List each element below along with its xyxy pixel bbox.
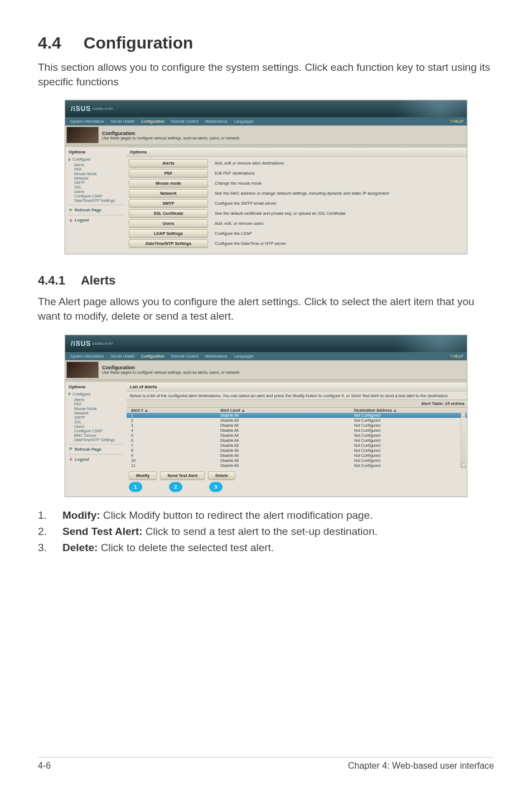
refresh-page-link[interactable]: ⟳Refresh Page bbox=[69, 447, 123, 452]
sidebar-item[interactable]: Configure LDAP bbox=[74, 194, 123, 198]
sidebar-item[interactable]: Network bbox=[74, 411, 123, 415]
alert-intro-text: Below is a list of the configured alert … bbox=[127, 392, 467, 399]
callout-3: 3 bbox=[209, 482, 223, 492]
logout-icon: ⦸ bbox=[69, 457, 73, 461]
sidebar-group-configure[interactable]: Configure bbox=[69, 157, 123, 162]
sidebar-item[interactable]: SSL bbox=[74, 185, 123, 189]
sidebar-item[interactable]: Mouse Mode bbox=[74, 172, 123, 176]
modify-button[interactable]: Modify bbox=[129, 471, 157, 480]
app-banner: /iSUS ASMB6-iKVM bbox=[65, 100, 467, 117]
col-alert-level[interactable]: Alert Level ▲ bbox=[220, 408, 354, 412]
nav-tab-maint[interactable]: Maintenance bbox=[204, 119, 229, 124]
option-button-network[interactable]: Network bbox=[129, 189, 208, 197]
sidebar: Options Configure Alerts PEF Mouse Mode … bbox=[65, 382, 127, 496]
send-test-alert-button[interactable]: Send Test Alert bbox=[160, 471, 205, 480]
refresh-label: Refresh Page bbox=[75, 208, 101, 213]
help-link[interactable]: ? HELP bbox=[450, 354, 463, 358]
table-row[interactable]: 11Disable AllNot Configured bbox=[127, 463, 467, 468]
vertical-scrollbar[interactable] bbox=[461, 413, 466, 468]
table-row[interactable]: 4Disable AllNot Configured bbox=[127, 428, 467, 433]
subsection-heading: 4.4.1Alerts bbox=[38, 273, 494, 288]
brand-sublabel: ASMB6-iKVM bbox=[92, 342, 113, 345]
sidebar-item[interactable]: DateTime/NTP Settings bbox=[74, 199, 123, 202]
nav-tab-lang[interactable]: Languages bbox=[233, 119, 255, 124]
subsection-intro: The Alert page allows you to configure t… bbox=[38, 295, 494, 323]
sidebar-item[interactable]: Users bbox=[74, 425, 123, 428]
col-alert-num[interactable]: Alert # ▲ bbox=[129, 408, 220, 412]
logout-link[interactable]: ⦸Logout bbox=[69, 457, 123, 462]
refresh-page-link[interactable]: ⟳Refresh Page bbox=[69, 208, 123, 213]
alert-table-body: 1Disable AllNot Configured 2Disable AllN… bbox=[127, 413, 467, 468]
table-row[interactable]: 3Disable AllNot Configured bbox=[127, 423, 467, 428]
sidebar-item[interactable]: Configure LDAP bbox=[74, 429, 123, 433]
nav-tab-health[interactable]: Server Health bbox=[109, 354, 136, 359]
callout-2: 2 bbox=[169, 482, 182, 492]
nav-tab-lang[interactable]: Languages bbox=[233, 354, 255, 359]
nav-tab-remote[interactable]: Remote Control bbox=[170, 354, 200, 359]
nav-tab-config[interactable]: Configuration bbox=[139, 119, 166, 124]
option-button-ntp[interactable]: DateTime/NTP Settings bbox=[129, 239, 208, 248]
callout-labels: 1 2 3 bbox=[127, 481, 467, 496]
sidebar-item[interactable]: Network bbox=[74, 176, 123, 180]
option-desc: See the default certificate and private … bbox=[215, 211, 346, 216]
list-item: 1.Modify: Click Modify button to redirec… bbox=[38, 507, 494, 523]
sidebar-item[interactable]: SSL bbox=[74, 420, 123, 424]
table-row[interactable]: 2Disable AllNot Configured bbox=[127, 418, 467, 423]
options-table: AlertsAdd, edit or remove alert destinat… bbox=[127, 157, 467, 254]
sidebar-item[interactable]: DateTime/NTP Settings bbox=[74, 438, 123, 442]
header-subtitle: Use these pages to configure various set… bbox=[102, 370, 240, 374]
refresh-icon: ⟳ bbox=[69, 208, 73, 213]
option-button-users[interactable]: Users bbox=[129, 219, 208, 228]
nav-tab-config[interactable]: Configuration bbox=[139, 354, 166, 359]
sidebar-item[interactable]: BMC Sensor bbox=[74, 433, 123, 437]
scroll-down-icon[interactable] bbox=[461, 464, 466, 468]
brand-sublabel: ASMB6-iKVM bbox=[92, 107, 113, 110]
section-heading: 4.4Configuration bbox=[38, 33, 494, 52]
panel-title: List of Alerts bbox=[127, 382, 467, 392]
scroll-up-icon[interactable] bbox=[461, 413, 466, 417]
nav-tab-health[interactable]: Server Health bbox=[109, 119, 136, 124]
alerts-screenshot: /iSUS ASMB6-iKVM System Information Serv… bbox=[65, 335, 467, 497]
logout-icon: ⦸ bbox=[69, 218, 73, 223]
option-button-alerts[interactable]: Alerts bbox=[129, 159, 208, 167]
help-link[interactable]: ? HELP bbox=[450, 119, 463, 123]
option-button-pef[interactable]: PEF bbox=[129, 169, 208, 177]
table-row[interactable]: 9Disable AllNot Configured bbox=[127, 453, 467, 458]
sidebar-item[interactable]: Alerts bbox=[74, 163, 123, 167]
sidebar-item[interactable]: PEF bbox=[74, 167, 123, 171]
list-item: 2.Send Test Alert: Click to send a test … bbox=[38, 523, 494, 539]
table-row[interactable]: 8Disable AllNot Configured bbox=[127, 448, 467, 453]
alert-count: Alert Table: 15 entries bbox=[421, 401, 465, 406]
option-button-ldap[interactable]: LDAP Settings bbox=[129, 229, 208, 238]
nav-tab-maint[interactable]: Maintenance bbox=[204, 354, 229, 359]
sidebar-item[interactable]: Users bbox=[74, 190, 123, 194]
page-header: Configuration Use these pages to configu… bbox=[65, 360, 467, 380]
sidebar-item[interactable]: SMTP bbox=[74, 181, 123, 185]
callout-1: 1 bbox=[129, 482, 142, 492]
table-row[interactable]: 1Disable AllNot Configured bbox=[127, 413, 467, 418]
app-banner: /iSUS ASMB6-iKVM bbox=[65, 335, 467, 352]
sidebar-item[interactable]: Alerts bbox=[74, 398, 123, 402]
table-row[interactable]: 6Disable AllNot Configured bbox=[127, 438, 467, 443]
option-button-ssl[interactable]: SSL Certificate bbox=[129, 209, 208, 218]
banner-graphic bbox=[378, 335, 467, 352]
table-row[interactable]: 5Disable AllNot Configured bbox=[127, 433, 467, 438]
nav-tab-sysinfo[interactable]: System Information bbox=[69, 354, 105, 359]
option-desc: Change the mouse mode bbox=[215, 181, 262, 186]
delete-button[interactable]: Delete bbox=[208, 471, 235, 480]
table-row[interactable]: 10Disable AllNot Configured bbox=[127, 458, 467, 463]
nav-tab-remote[interactable]: Remote Control bbox=[170, 119, 200, 124]
sidebar-group-configure[interactable]: Configure bbox=[69, 392, 123, 397]
config-screenshot: /iSUS ASMB6-iKVM System Information Serv… bbox=[65, 100, 467, 254]
option-button-mouse[interactable]: Mouse mode bbox=[129, 179, 208, 187]
header-title: Configuration bbox=[102, 365, 240, 370]
table-row[interactable]: 7Disable AllNot Configured bbox=[127, 443, 467, 448]
col-dest-addr[interactable]: Destination Address ▲ bbox=[354, 408, 465, 412]
option-button-smtp[interactable]: SMTP bbox=[129, 199, 208, 208]
sidebar-item[interactable]: Mouse Mode bbox=[74, 407, 123, 411]
logout-link[interactable]: ⦸Logout bbox=[69, 218, 123, 223]
sidebar-item[interactable]: PEF bbox=[74, 402, 123, 406]
refresh-label: Refresh Page bbox=[75, 447, 101, 452]
sidebar-item[interactable]: SMTP bbox=[74, 416, 123, 419]
nav-tab-sysinfo[interactable]: System Information bbox=[69, 119, 105, 124]
